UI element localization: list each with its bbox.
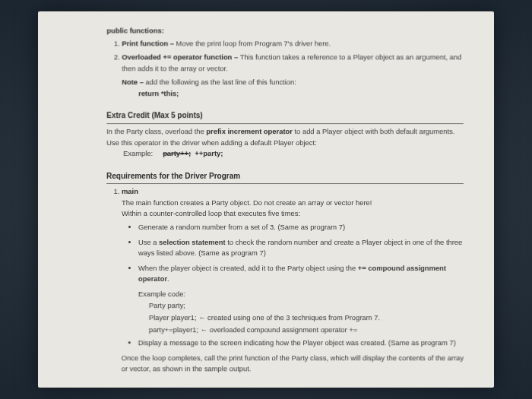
public-functions-header: public functions: <box>106 26 463 37</box>
main-line2: Within a counter-controlled loop that ex… <box>122 208 464 220</box>
note-code: return *this; <box>138 88 463 100</box>
note-rest: add the following as the last line of th… <box>146 78 296 87</box>
extra-example-strike: party++; <box>163 149 191 157</box>
main-bullet-3: When the player object is created, add i… <box>138 263 464 285</box>
main-item: main The main function creates a Party o… <box>122 186 464 375</box>
main-bullet-2: Use a selection statement to check the r… <box>138 237 464 259</box>
main-bullets: Generate a random number from a set of 3… <box>122 222 464 285</box>
pub-item-2-lead: Overloaded += operator function – <box>122 53 239 62</box>
monitor-frame: public functions: Print function – Move … <box>0 0 532 399</box>
example-code-3: party+=player1; ← overloaded compound as… <box>149 325 464 336</box>
closing-paragraph: Once the loop completes, call the print … <box>122 353 464 375</box>
example-code-2: Player player1; ← created using one of t… <box>149 312 464 324</box>
requirements-title: Requirements for the Driver Program <box>106 170 464 184</box>
last-bullet-list: Display a message to the screen indicati… <box>122 337 464 349</box>
main-bullet-1-text: Generate a random number from a set of 3… <box>138 223 345 231</box>
pub-item-2: Overloaded += operator function – This f… <box>122 52 463 100</box>
main-list: main The main function creates a Party o… <box>106 186 464 375</box>
example-code-label: Example code: <box>138 289 464 300</box>
example-code-1: Party party; <box>149 301 464 312</box>
main-bullet-3-text: When the player object is created, add i… <box>138 264 446 283</box>
extra-example-label: Example: <box>123 149 153 157</box>
main-label: main <box>122 187 138 195</box>
main-line1: The main function creates a Party object… <box>122 198 464 209</box>
last-bullet: Display a message to the screen indicati… <box>138 337 464 349</box>
pub-item-1-rest: Move the print loop from Program 7's dri… <box>176 39 331 47</box>
pub-item-1: Print function – Move the print loop fro… <box>122 38 463 49</box>
extra-para-b: prefix increment operator <box>206 127 292 135</box>
main-bullet-2-text: Use a selection statement to check the r… <box>138 238 462 258</box>
pub-item-1-lead: Print function – <box>122 39 176 47</box>
note-lead: Note – <box>122 78 145 87</box>
extra-credit-paragraph: In the Party class, overload the prefix … <box>106 126 464 148</box>
main-bullet-1: Generate a random number from a set of 3… <box>138 222 464 233</box>
public-functions-list: Print function – Move the print loop fro… <box>106 38 463 100</box>
note-line: Note – add the following as the last lin… <box>122 78 463 89</box>
extra-credit-title: Extra Credit (Max 5 points) <box>106 110 464 124</box>
extra-para-a: In the Party class, overload the <box>106 127 206 135</box>
extra-example-code: ++party; <box>195 149 223 157</box>
extra-example-row: Example: party++; ++party; <box>123 148 464 160</box>
document-page: public functions: Print function – Move … <box>38 11 494 388</box>
